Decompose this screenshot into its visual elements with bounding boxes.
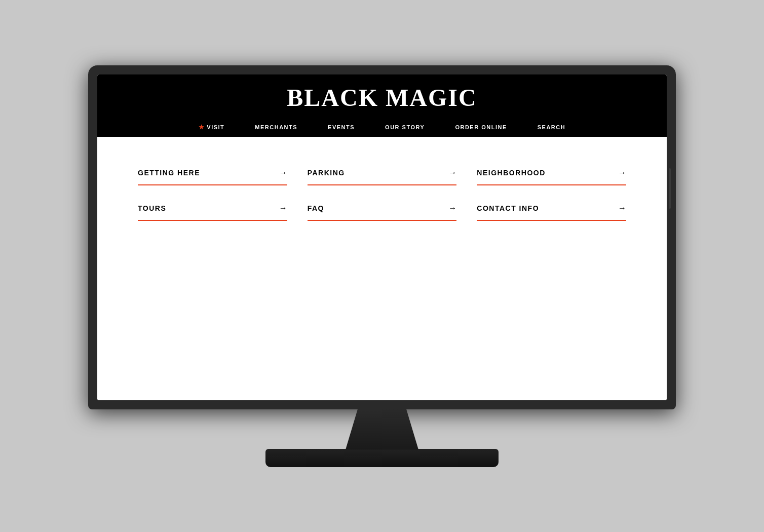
menu-item-label: CONTACT INFO <box>477 204 539 212</box>
menu-item-parking[interactable]: PARKING→ <box>308 157 457 185</box>
nav-item-label: SEARCH <box>538 124 565 130</box>
nav-item-label: ORDER ONLINE <box>455 124 507 130</box>
nav-item-search[interactable]: SEARCH <box>538 124 565 130</box>
menu-item-label: GETTING HERE <box>138 169 200 177</box>
site-header: BLACK MAGIC ★VISITMERCHANTSEVENTSOUR STO… <box>97 74 667 137</box>
nav-item-label: VISIT <box>207 124 224 130</box>
nav-item-visit[interactable]: ★VISIT <box>199 124 225 131</box>
monitor-wrapper: BLACK MAGIC ★VISITMERCHANTSEVENTSOUR STO… <box>78 65 686 467</box>
nav-item-our-story[interactable]: OUR STORY <box>385 124 425 130</box>
nav-item-label: MERCHANTS <box>255 124 297 130</box>
menu-item-arrow-icon: → <box>618 168 626 177</box>
menu-item-arrow-icon: → <box>618 204 626 213</box>
nav-item-label: EVENTS <box>328 124 355 130</box>
nav-star-icon: ★ <box>199 124 205 131</box>
menu-item-tours[interactable]: TOURS→ <box>138 193 287 221</box>
main-content: GETTING HERE→PARKING→NEIGHBORHOOD→TOURS→… <box>97 137 667 400</box>
monitor-screen: BLACK MAGIC ★VISITMERCHANTSEVENTSOUR STO… <box>97 74 667 400</box>
menu-item-getting-here[interactable]: GETTING HERE→ <box>138 157 287 185</box>
nav-item-events[interactable]: EVENTS <box>328 124 355 130</box>
menu-item-contact-info[interactable]: CONTACT INFO→ <box>477 193 626 221</box>
monitor-base <box>265 449 499 467</box>
menu-item-label: NEIGHBORHOOD <box>477 169 545 177</box>
nav-bar: ★VISITMERCHANTSEVENTSOUR STORYORDER ONLI… <box>97 119 667 137</box>
menu-item-arrow-icon: → <box>448 168 456 177</box>
menu-item-label: PARKING <box>308 169 345 177</box>
nav-item-merchants[interactable]: MERCHANTS <box>255 124 297 130</box>
menu-item-label: FAQ <box>308 204 324 212</box>
monitor-body: BLACK MAGIC ★VISITMERCHANTSEVENTSOUR STO… <box>88 65 676 409</box>
menu-item-arrow-icon: → <box>279 204 287 213</box>
menu-item-label: TOURS <box>138 204 166 212</box>
nav-item-label: OUR STORY <box>385 124 425 130</box>
menu-item-faq[interactable]: FAQ→ <box>308 193 457 221</box>
menu-item-arrow-icon: → <box>448 204 456 213</box>
menu-item-neighborhood[interactable]: NEIGHBORHOOD→ <box>477 157 626 185</box>
site-title: BLACK MAGIC <box>97 74 667 119</box>
monitor-stand <box>321 409 443 450</box>
nav-item-order-online[interactable]: ORDER ONLINE <box>455 124 507 130</box>
menu-item-arrow-icon: → <box>279 168 287 177</box>
menu-grid: GETTING HERE→PARKING→NEIGHBORHOOD→TOURS→… <box>138 157 626 228</box>
